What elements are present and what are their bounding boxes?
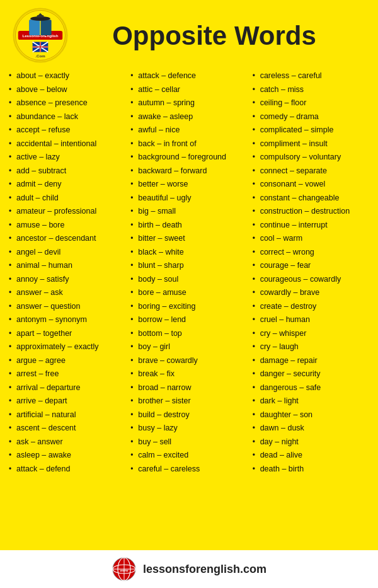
list-item: correct – wrong [253,246,369,260]
list-item: angel – devil [9,246,125,260]
list-item: big – small [130,205,247,219]
list-item: busy – lazy [130,422,247,435]
list-item: apart – together [9,327,125,341]
list-item: connect – separate [253,164,369,178]
title-area: Opposite Words [69,21,365,50]
list-item: cry – laugh [253,340,369,354]
list-item: beautiful – ugly [130,192,247,205]
list-item: cruel – human [253,313,369,327]
list-item: back – in front of [130,137,247,151]
list-item: antonym – synonym [9,313,125,327]
list-item: attack – defend [9,463,125,476]
list-item: dead – alive [253,449,369,463]
list-item: active – lazy [9,151,125,164]
list-item: accept – refuse [9,124,125,137]
list-item: argue – agree [9,354,125,368]
list-item: dangerous – safe [253,381,369,395]
list-item: approximately – exactly [9,340,125,354]
word-list-2: attack – defenceattic – cellarautumn – s… [130,69,247,476]
list-item: calm – excited [130,449,247,463]
list-item: comedy – drama [253,110,369,124]
list-item: better – worse [130,178,247,192]
list-item: animal – human [9,259,125,273]
list-item: ceiling – floor [253,96,369,110]
list-item: black – white [130,246,247,260]
svg-text:www: www [120,568,129,572]
list-item: absence – presence [9,96,125,110]
list-item: awful – nice [130,124,247,137]
list-item: boy – girl [130,340,247,354]
column-1: about – exactlyabove – belowabsence – pr… [6,69,128,476]
globe-icon: www [112,556,137,582]
list-item: attic – cellar [130,83,247,97]
svg-rect-5 [29,20,40,35]
list-item: asleep – awake [9,449,125,463]
list-item: answer – ask [9,286,125,300]
list-item: autumn – spring [130,96,247,110]
list-item: body – soul [130,273,247,287]
footer-url: lessonsforenglish.com [143,563,266,576]
list-item: adult – child [9,192,125,205]
word-list-1: about – exactlyabove – belowabsence – pr… [9,69,125,476]
list-item: amuse – bore [9,219,125,233]
list-item: attack – defence [130,69,247,83]
list-item: add – subtract [9,164,125,178]
list-item: courageous – cowardly [253,273,369,287]
list-item: catch – miss [253,83,369,97]
list-item: birth – death [130,219,247,233]
list-item: dark – light [253,395,369,408]
list-item: awake – asleep [130,110,247,124]
list-item: compliment – insult [253,137,369,151]
list-item: backward – forward [130,164,247,178]
list-item: buy – sell [130,435,247,449]
list-item: amateur – professional [9,205,125,219]
list-item: accidental – intentional [9,137,125,151]
list-item: borrow – lend [130,313,247,327]
list-item: bore – amuse [130,286,247,300]
list-item: death – birth [253,463,369,476]
list-item: brother – sister [130,395,247,408]
list-item: ascent – descent [9,422,125,435]
list-item: construction – destruction [253,205,369,219]
footer: www lessonsforenglish.com [0,548,378,588]
list-item: blunt – sharp [130,259,247,273]
list-item: bottom – top [130,327,247,341]
list-item: cry – whisper [253,327,369,341]
list-item: about – exactly [9,69,125,83]
list-item: answer – question [9,300,125,314]
list-item: boring – exciting [130,300,247,314]
list-item: damage – repair [253,354,369,368]
list-item: annoy – satisfy [9,273,125,287]
list-item: above – below [9,83,125,97]
list-item: cowardly – brave [253,286,369,300]
list-item: bitter – sweet [130,232,247,246]
svg-text:.Com: .Com [35,54,45,58]
list-item: danger – security [253,367,369,381]
list-item: brave – cowardly [130,354,247,368]
content-box: about – exactlyabove – belowabsence – pr… [0,69,378,548]
list-item: dawn – dusk [253,422,369,435]
list-item: admit – deny [9,178,125,192]
list-item: compulsory – voluntary [253,151,369,164]
word-list-3: careless – carefulcatch – missceiling – … [253,69,369,476]
column-2: attack – defenceattic – cellarautumn – s… [128,69,249,476]
logo: LessonsForEnglish .Com [13,8,69,64]
list-item: ask – answer [9,435,125,449]
list-item: broad – narrow [130,381,247,395]
column-3: careless – carefulcatch – missceiling – … [250,69,372,476]
list-item: cool – warm [253,232,369,246]
list-item: complicated – simple [253,124,369,137]
list-item: arrive – depart [9,395,125,408]
list-item: continue – interrupt [253,219,369,233]
list-item: ancestor – descendant [9,232,125,246]
list-item: courage – fear [253,259,369,273]
header: LessonsForEnglish .Com Opposite Words [0,0,378,69]
page-title: Opposite Words [69,21,359,50]
list-item: constant – changeable [253,192,369,205]
list-item: build – destroy [130,408,247,422]
list-item: background – foreground [130,151,247,164]
list-item: careless – careful [253,69,369,83]
list-item: arrest – free [9,367,125,381]
list-item: artificial – natural [9,408,125,422]
list-item: abundance – lack [9,110,125,124]
